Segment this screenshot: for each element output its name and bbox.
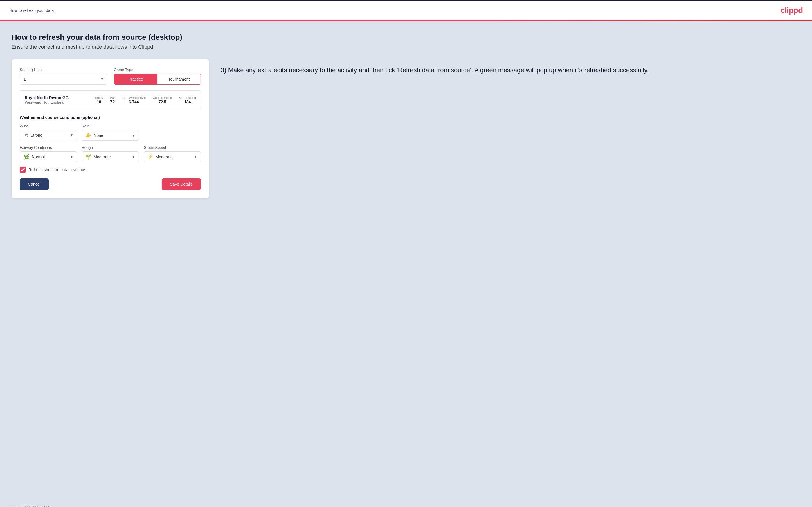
rough-group: Rough 🌱 Moderate ▼ xyxy=(82,145,139,162)
par-value: 72 xyxy=(110,100,115,104)
clippd-logo: clippd xyxy=(781,6,803,15)
course-location: Westward Ho!, England xyxy=(25,100,90,104)
wind-label: Wind xyxy=(20,124,77,128)
refresh-checkbox[interactable] xyxy=(20,167,26,173)
game-type-label: Game Type xyxy=(114,68,201,72)
fairway-select[interactable]: 🌿 Normal ▼ xyxy=(20,152,77,162)
save-button[interactable]: Save Details xyxy=(162,178,201,190)
side-text-content: 3) Make any extra edits necessary to the… xyxy=(221,65,800,75)
starting-hole-group: Starting Hole 1 ▼ xyxy=(20,68,107,85)
slope-rating-value: 134 xyxy=(179,100,196,104)
rough-value: Moderate xyxy=(94,155,132,159)
form-card: Starting Hole 1 ▼ Game Type Practice Tou… xyxy=(12,59,209,198)
fairway-value: Normal xyxy=(32,155,70,159)
course-rating-value: 72.5 xyxy=(153,100,172,104)
wind-rain-row: Wind 🌬 Strong ▼ Rain ☀️ None ▼ xyxy=(20,124,201,141)
holes-value: 18 xyxy=(95,100,103,104)
footer: Copyright Clippd 2022 xyxy=(0,499,812,507)
header: How to refresh your data clippd xyxy=(0,1,812,20)
rain-label: Rain xyxy=(82,124,139,128)
course-rating-label: Course rating xyxy=(153,96,172,100)
wind-chevron-icon: ▼ xyxy=(70,133,73,137)
cancel-button[interactable]: Cancel xyxy=(20,178,49,190)
fairway-group: Fairway Conditions 🌿 Normal ▼ xyxy=(20,145,77,162)
yards-label: Yards/White (M)) xyxy=(122,96,146,100)
page-subheading: Ensure the correct and most up to date d… xyxy=(12,44,800,50)
green-speed-chevron-icon: ▼ xyxy=(194,155,197,159)
par-stat: Par 72 xyxy=(110,96,115,104)
rain-select[interactable]: ☀️ None ▼ xyxy=(82,130,139,141)
green-speed-label: Green Speed xyxy=(144,145,201,150)
course-name: Royal North Devon GC, xyxy=(25,96,90,100)
header-title: How to refresh your data xyxy=(9,8,54,13)
green-speed-value: Moderate xyxy=(156,155,194,159)
game-type-toggle: Practice Tournament xyxy=(114,74,201,85)
rough-select[interactable]: 🌱 Moderate ▼ xyxy=(82,152,139,162)
side-text-panel: 3) Make any extra edits necessary to the… xyxy=(221,59,800,80)
wind-icon: 🌬 xyxy=(23,132,28,138)
rough-chevron-icon: ▼ xyxy=(132,155,135,159)
top-form-section: Starting Hole 1 ▼ Game Type Practice Tou… xyxy=(20,68,201,85)
fairway-label: Fairway Conditions xyxy=(20,145,77,150)
green-speed-select[interactable]: ⚡ Moderate ▼ xyxy=(144,152,201,162)
form-buttons-row: Cancel Save Details xyxy=(20,178,201,190)
rain-chevron-icon: ▼ xyxy=(132,133,135,137)
conditions-heading: Weather and course conditions (optional) xyxy=(20,115,201,120)
par-label: Par xyxy=(110,96,115,100)
course-stats: Holes 18 Par 72 Yards/White (M)) 6,744 C… xyxy=(95,96,196,104)
footer-text: Copyright Clippd 2022 xyxy=(12,505,49,507)
refresh-checkbox-row: Refresh shots from data source xyxy=(20,167,201,173)
wind-select[interactable]: 🌬 Strong ▼ xyxy=(20,130,77,140)
refresh-checkbox-label: Refresh shots from data source xyxy=(29,167,85,172)
fairway-icon: 🌿 xyxy=(23,154,29,160)
holes-stat: Holes 18 xyxy=(95,96,103,104)
yards-value: 6,744 xyxy=(122,100,146,104)
game-type-group: Game Type Practice Tournament xyxy=(114,68,201,85)
rain-icon: ☀️ xyxy=(85,132,91,138)
starting-hole-label: Starting Hole xyxy=(20,68,107,72)
rain-group: Rain ☀️ None ▼ xyxy=(82,124,139,141)
tournament-button[interactable]: Tournament xyxy=(157,74,201,84)
green-speed-icon: ⚡ xyxy=(148,154,153,160)
fairway-chevron-icon: ▼ xyxy=(70,155,73,159)
rough-label: Rough xyxy=(82,145,139,150)
rough-icon: 🌱 xyxy=(85,154,91,160)
practice-button[interactable]: Practice xyxy=(114,74,157,84)
starting-hole-select-wrapper: 1 ▼ xyxy=(20,74,107,85)
wind-group: Wind 🌬 Strong ▼ xyxy=(20,124,77,141)
wind-value: Strong xyxy=(31,133,70,137)
content-area: Starting Hole 1 ▼ Game Type Practice Tou… xyxy=(12,59,800,198)
starting-hole-select[interactable]: 1 xyxy=(20,74,107,85)
course-info-box: Royal North Devon GC, Westward Ho!, Engl… xyxy=(20,91,201,109)
course-rating-stat: Course rating 72.5 xyxy=(153,96,172,104)
holes-label: Holes xyxy=(95,96,103,100)
rain-value: None xyxy=(94,133,132,138)
course-name-block: Royal North Devon GC, Westward Ho!, Engl… xyxy=(25,96,90,104)
fairway-rough-green-row: Fairway Conditions 🌿 Normal ▼ Rough 🌱 Mo… xyxy=(20,145,201,162)
page-heading: How to refresh your data from source (de… xyxy=(12,33,800,42)
slope-rating-label: Slope rating xyxy=(179,96,196,100)
main-content: How to refresh your data from source (de… xyxy=(0,21,812,499)
empty-group xyxy=(144,124,201,141)
yards-stat: Yards/White (M)) 6,744 xyxy=(122,96,146,104)
green-speed-group: Green Speed ⚡ Moderate ▼ xyxy=(144,145,201,162)
slope-rating-stat: Slope rating 134 xyxy=(179,96,196,104)
